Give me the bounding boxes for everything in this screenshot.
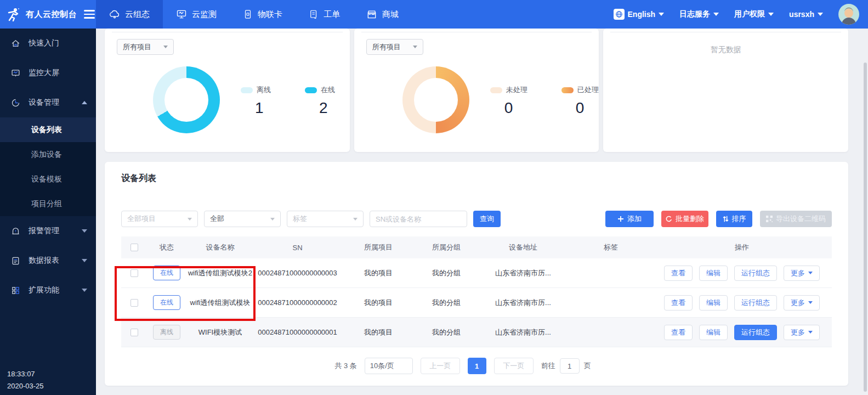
edit-button[interactable]: 编辑 (699, 325, 728, 340)
scrollbar-thumb[interactable] (864, 63, 867, 392)
row-checkbox[interactable] (131, 269, 138, 277)
total-count: 共 3 条 (334, 361, 356, 371)
sidebar-item-device-list[interactable]: 设备列表 (0, 117, 96, 142)
table-row: 离线 WIFI模块测试 00024871000000000001 我的项目 我的… (121, 318, 832, 347)
device-address: 山东省济南市历... (476, 298, 570, 308)
select-value: 所有项目 (372, 42, 401, 52)
sidebar-item-device-template[interactable]: 设备模板 (0, 167, 96, 191)
jump-label: 前往 (541, 361, 555, 371)
log-service-menu[interactable]: 日志服务 (679, 9, 719, 19)
user-permission-label: 用户权限 (734, 9, 765, 19)
sidebar-item-alarm-manage[interactable]: 报警管理 (0, 216, 96, 246)
tag-select[interactable]: 标签 (287, 211, 364, 227)
mall-icon (366, 9, 377, 20)
search-input[interactable] (370, 211, 467, 227)
page-size-value: 10条/页 (370, 361, 394, 371)
avatar[interactable] (838, 4, 859, 25)
app-title: 有人云控制台 (26, 9, 77, 20)
tab-mall[interactable]: 商城 (353, 0, 412, 29)
legend-swatch-unhandled (490, 87, 502, 93)
cloud-monitor-icon (176, 9, 187, 20)
tab-iot-card[interactable]: 物联卡 (230, 0, 296, 29)
username-menu[interactable]: usrsxh (789, 10, 823, 19)
status-select[interactable]: 全部 (204, 211, 281, 227)
no-data-text: 暂无数据 (603, 45, 848, 55)
cloud-config-icon (109, 9, 120, 20)
sidebar-item-device-manage[interactable]: 设备管理 (0, 88, 96, 117)
view-button[interactable]: 查看 (664, 266, 693, 281)
plus-icon (617, 216, 624, 222)
query-button[interactable]: 查询 (473, 211, 501, 227)
device-name: wifi透传组测试模块2 (186, 268, 254, 278)
language-switcher[interactable]: English (614, 9, 665, 20)
export-qr-button[interactable]: 导出设备二维码 (760, 211, 832, 227)
device-list-panel: 设备列表 全部项目 全部 标签 查询 添加 (105, 162, 848, 386)
extension-icon (11, 286, 20, 295)
row-checkbox[interactable] (131, 299, 138, 307)
col-sn: SN (254, 244, 341, 252)
select-placeholder: 标签 (293, 214, 307, 224)
chevron-down-icon (270, 218, 275, 221)
sidebar-item-quick-start[interactable]: 快速入门 (0, 29, 96, 58)
edit-button[interactable]: 编辑 (699, 295, 728, 311)
sidebar-item-extensions[interactable]: 扩展功能 (0, 275, 96, 305)
user-permission-menu[interactable]: 用户权限 (734, 9, 774, 19)
legend-label: 在线 (321, 85, 335, 95)
qr-code-icon (766, 216, 773, 222)
more-button[interactable]: 更多 (784, 266, 820, 281)
chevron-down-icon (713, 13, 719, 16)
view-button[interactable]: 查看 (664, 325, 693, 340)
tab-cloud-monitor[interactable]: 云监测 (163, 0, 230, 29)
edit-button[interactable]: 编辑 (699, 266, 728, 281)
prev-page-button[interactable]: 上一页 (421, 358, 460, 374)
menu-toggle-icon[interactable] (84, 10, 95, 19)
home-icon (11, 39, 20, 48)
offline-count: 1 (241, 99, 271, 117)
sidebar-item-label: 设备管理 (29, 98, 73, 108)
tab-cloud-config[interactable]: 云组态 (96, 0, 163, 29)
add-button[interactable]: 添加 (605, 211, 654, 227)
summary-cards: 所有项目 离线 1 在线 2 (105, 29, 848, 152)
log-service-label: 日志服务 (679, 9, 710, 19)
online-count: 2 (305, 99, 335, 117)
more-button[interactable]: 更多 (784, 295, 820, 311)
jump-page-input[interactable] (560, 358, 580, 374)
col-project: 所属项目 (341, 242, 416, 252)
legend-swatch-offline (241, 87, 253, 93)
col-status: 状态 (147, 242, 186, 252)
next-page-button[interactable]: 下一页 (494, 358, 534, 374)
list-actions: 添加 批量删除 排序 导出设备二维码 (605, 211, 832, 227)
chevron-down-icon (413, 46, 417, 48)
sidebar-item-add-device[interactable]: 添加设备 (0, 142, 96, 167)
run-config-button[interactable]: 运行组态 (734, 325, 777, 340)
row-checkbox[interactable] (131, 329, 138, 336)
project-filter-select[interactable]: 所有项目 (366, 39, 423, 55)
project-select[interactable]: 全部项目 (121, 211, 198, 227)
sidebar-item-project-group[interactable]: 项目分组 (0, 191, 96, 216)
brand: 有人云控制台 (0, 0, 96, 29)
current-page-button[interactable]: 1 (468, 358, 486, 374)
project-filter-select[interactable]: 所有项目 (117, 39, 174, 55)
view-button[interactable]: 查看 (664, 295, 693, 311)
device-manage-submenu: 设备列表 添加设备 设备模板 项目分组 (0, 117, 96, 216)
chevron-down-icon (808, 331, 813, 334)
tab-work-order[interactable]: 工单 (296, 0, 353, 29)
page-size-select[interactable]: 10条/页 (365, 358, 413, 374)
table-row: 在线 wifi透传组测试模块 00024871000000000002 我的项目… (121, 288, 832, 318)
tab-label: 云监测 (192, 9, 217, 20)
legend-swatch-handled (561, 87, 574, 93)
sort-button[interactable]: 排序 (716, 211, 752, 227)
device-group: 我的分组 (416, 268, 476, 278)
run-config-button[interactable]: 运行组态 (734, 266, 777, 281)
big-screen-icon (11, 69, 20, 78)
select-all-checkbox[interactable] (131, 244, 138, 251)
sidebar-item-data-report[interactable]: 数据报表 (0, 246, 96, 275)
more-button[interactable]: 更多 (784, 325, 820, 340)
sidebar-item-big-screen[interactable]: 监控大屏 (0, 58, 96, 88)
current-time: 18:33:07 (7, 368, 44, 380)
legend-swatch-online (305, 87, 317, 93)
chevron-down-icon (82, 229, 87, 233)
run-config-button[interactable]: 运行组态 (734, 295, 777, 311)
chevron-down-icon (82, 289, 87, 292)
batch-delete-button[interactable]: 批量删除 (661, 211, 708, 227)
